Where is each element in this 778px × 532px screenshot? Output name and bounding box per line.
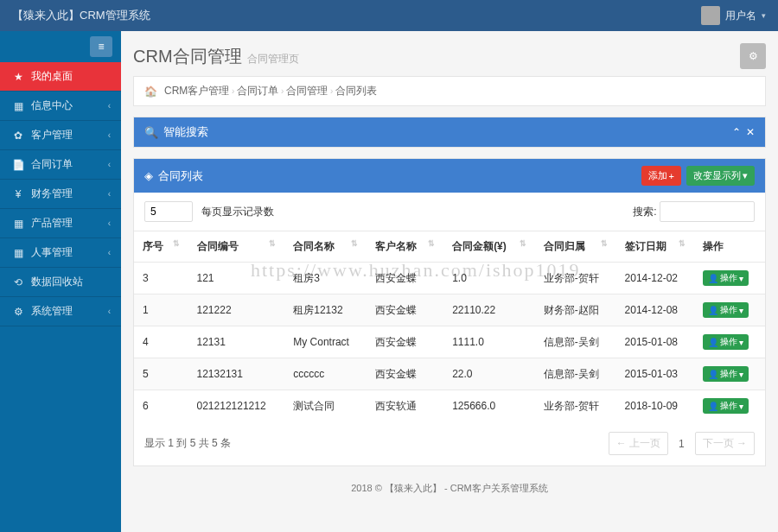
- column-header[interactable]: 合同金额(¥)⇅: [443, 231, 535, 263]
- search-label: 搜索:: [633, 206, 656, 218]
- pager-current: 1: [672, 434, 692, 453]
- list-panel-header: ◈ 合同列表 添加+ 改变显示列▾: [134, 159, 765, 193]
- sort-icon: ⇅: [173, 239, 180, 248]
- search-input[interactable]: [660, 201, 755, 222]
- user-icon: 👤: [708, 370, 718, 379]
- avatar: [701, 6, 720, 25]
- plus-icon: +: [669, 171, 674, 181]
- column-header[interactable]: 签订日期⇅: [616, 231, 695, 263]
- table-row[interactable]: 512132131cccccc西安金蝶22.0信息部-吴剑2015-01-03👤…: [134, 358, 765, 390]
- chevron-left-icon: ‹: [108, 218, 111, 228]
- sidebar-item-label: 数据回收站: [31, 275, 111, 289]
- row-action-button[interactable]: 👤操作▾: [703, 270, 749, 286]
- pager-prev[interactable]: ← 上一页: [609, 432, 668, 455]
- sidebar-icon: ⚙: [12, 306, 24, 318]
- sidebar-icon: ★: [12, 71, 24, 83]
- sidebar-item-label: 我的桌面: [31, 69, 111, 84]
- chevron-left-icon: ‹: [108, 101, 111, 111]
- sidebar-icon: 📄: [12, 159, 24, 171]
- sidebar-item-3[interactable]: 📄合同订单‹: [0, 150, 121, 180]
- sidebar-item-label: 产品管理: [31, 216, 108, 231]
- breadcrumb-item[interactable]: 合同订单: [237, 85, 278, 97]
- pager: ← 上一页 1 下一页 →: [609, 432, 755, 455]
- sidebar-item-label: 财务管理: [31, 187, 108, 201]
- user-menu[interactable]: 用户名 ▾: [701, 6, 766, 25]
- sidebar: ≡ ★我的桌面▦信息中心‹✿客户管理‹📄合同订单‹¥财务管理‹▦产品管理‹▦人事…: [0, 31, 121, 532]
- sidebar-item-8[interactable]: ⚙系统管理‹: [0, 297, 121, 326]
- sort-icon: ⇅: [269, 239, 276, 248]
- gear-icon: ⚙: [749, 50, 758, 62]
- sidebar-item-label: 信息中心: [31, 98, 108, 113]
- sidebar-icon: ¥: [12, 188, 24, 200]
- search-panel-title: 智能搜索: [163, 124, 208, 140]
- contracts-table: 序号⇅合同编号⇅合同名称⇅客户名称⇅合同金额(¥)⇅合同归属⇅签订日期⇅操作 3…: [134, 231, 765, 421]
- sidebar-item-5[interactable]: ▦产品管理‹: [0, 209, 121, 238]
- sidebar-item-label: 客户管理: [31, 128, 108, 142]
- list-icon: ◈: [144, 169, 153, 182]
- row-action-button[interactable]: 👤操作▾: [703, 334, 749, 350]
- breadcrumb-item[interactable]: 合同列表: [335, 85, 377, 97]
- page-size-input[interactable]: [144, 201, 193, 222]
- chevron-down-icon: ▾: [743, 170, 748, 181]
- chevron-down-icon: ▾: [739, 402, 743, 411]
- column-header[interactable]: 合同归属⇅: [535, 231, 616, 263]
- sort-icon: ⇅: [351, 239, 358, 248]
- sidebar-icon: ▦: [12, 247, 24, 259]
- chevron-left-icon: ‹: [108, 189, 111, 199]
- sidebar-icon: ⟲: [12, 276, 24, 288]
- table-row[interactable]: 1121222租房12132西安金蝶22110.22财务部-赵阳2014-12-…: [134, 294, 765, 326]
- breadcrumb-item[interactable]: CRM客户管理: [164, 85, 229, 97]
- chevron-down-icon: ▾: [739, 274, 743, 283]
- user-icon: 👤: [708, 402, 718, 411]
- sidebar-icon: ▦: [12, 100, 24, 112]
- search-panel-header: 🔍 智能搜索 ⌃ ✕: [134, 117, 765, 147]
- chevron-down-icon: ▾: [762, 11, 766, 20]
- column-header[interactable]: 合同名称⇅: [284, 231, 367, 263]
- page-title: CRM合同管理合同管理页: [133, 45, 299, 68]
- sidebar-item-6[interactable]: ▦人事管理‹: [0, 238, 121, 268]
- sidebar-toggle-row: ≡: [0, 31, 121, 62]
- column-header[interactable]: 客户名称⇅: [367, 231, 443, 263]
- sidebar-item-2[interactable]: ✿客户管理‹: [0, 121, 121, 150]
- settings-button[interactable]: ⚙: [740, 43, 766, 69]
- collapse-icon[interactable]: ⌃: [732, 126, 741, 138]
- sidebar-item-7[interactable]: ⟲数据回收站: [0, 268, 121, 297]
- user-icon: 👤: [708, 338, 718, 347]
- sidebar-item-label: 系统管理: [31, 304, 108, 319]
- sidebar-toggle-button[interactable]: ≡: [90, 36, 112, 57]
- column-header[interactable]: 合同编号⇅: [188, 231, 285, 263]
- change-columns-button[interactable]: 改变显示列▾: [686, 166, 755, 186]
- sidebar-item-4[interactable]: ¥财务管理‹: [0, 180, 121, 209]
- chevron-left-icon: ‹: [108, 248, 111, 257]
- sidebar-icon: ✿: [12, 130, 24, 142]
- add-button[interactable]: 添加+: [641, 166, 681, 186]
- user-icon: 👤: [708, 274, 718, 283]
- table-row[interactable]: 412131My Contract西安金蝶1111.0信息部-吴剑2015-01…: [134, 326, 765, 358]
- table-row[interactable]: 3121租房3西安金蝶1.0业务部-贺轩2014-12-02👤操作▾: [134, 263, 765, 294]
- chevron-down-icon: ▾: [739, 370, 743, 379]
- chevron-down-icon: ▾: [739, 306, 743, 315]
- sidebar-item-0[interactable]: ★我的桌面: [0, 62, 121, 92]
- table-row[interactable]: 6021212121212测试合同西安软通125666.0业务部-贺轩2018-…: [134, 390, 765, 422]
- topbar: 【猿来入此】CRM管理系统 用户名 ▾: [0, 0, 778, 31]
- breadcrumb: 🏠 CRM客户管理 › 合同订单 › 合同管理 › 合同列表: [133, 76, 766, 106]
- column-header[interactable]: 操作: [694, 231, 765, 263]
- row-action-button[interactable]: 👤操作▾: [703, 398, 749, 414]
- list-panel-title: 合同列表: [158, 168, 203, 184]
- breadcrumb-item[interactable]: 合同管理: [286, 85, 328, 97]
- chevron-left-icon: ‹: [108, 307, 111, 316]
- column-header[interactable]: 序号⇅: [134, 231, 188, 263]
- sort-icon: ⇅: [679, 239, 686, 248]
- sidebar-icon: ▦: [12, 218, 24, 230]
- sort-icon: ⇅: [520, 239, 526, 248]
- copyright: 2018 © 【猿来入此】 - CRM客户关系管理系统: [133, 466, 766, 510]
- row-action-button[interactable]: 👤操作▾: [703, 366, 749, 382]
- sidebar-item-label: 合同订单: [31, 157, 108, 172]
- chevron-left-icon: ‹: [108, 160, 111, 169]
- close-icon[interactable]: ✕: [746, 126, 755, 138]
- sidebar-item-1[interactable]: ▦信息中心‹: [0, 92, 121, 121]
- page-size-label: 每页显示记录数: [201, 205, 274, 219]
- user-icon: 👤: [708, 306, 718, 315]
- row-action-button[interactable]: 👤操作▾: [703, 302, 749, 318]
- pager-next[interactable]: 下一页 →: [695, 432, 755, 455]
